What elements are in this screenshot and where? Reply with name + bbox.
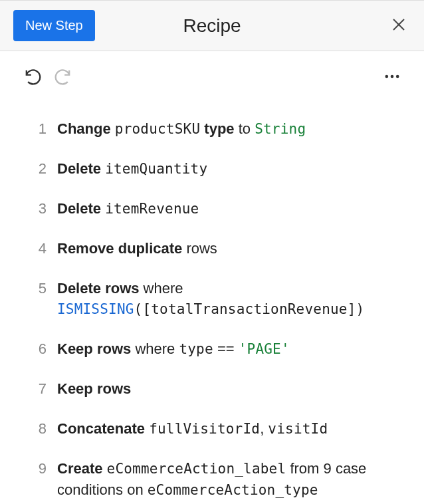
step-text-fragment: , xyxy=(260,420,268,437)
more-options-button[interactable] xyxy=(379,63,405,92)
undo-button[interactable] xyxy=(19,63,45,92)
step-number: 9 xyxy=(20,458,47,479)
step-number: 8 xyxy=(20,418,47,440)
svg-point-2 xyxy=(385,75,389,78)
svg-point-4 xyxy=(396,75,399,78)
step-text-fragment: Keep rows xyxy=(57,340,131,357)
recipe-step[interactable]: 6Keep rows where type == 'PAGE' xyxy=(20,338,404,360)
step-text-fragment: to xyxy=(235,120,255,137)
step-description: Keep rows xyxy=(57,378,404,400)
page-title: Recipe xyxy=(183,15,241,37)
step-text-fragment: Delete xyxy=(57,160,105,177)
step-description: Delete rows where ISMISSING([totalTransa… xyxy=(57,278,404,320)
header: New Step Recipe xyxy=(0,0,424,51)
step-description: Delete itemRevenue xyxy=(57,198,404,219)
step-text-fragment: fullVisitorId xyxy=(149,421,260,437)
step-text-fragment: ) xyxy=(356,301,365,317)
step-text-fragment: visitId xyxy=(268,421,328,437)
step-text-fragment: Keep rows xyxy=(57,380,131,397)
redo-button[interactable] xyxy=(51,63,77,92)
recipe-steps-list: 1Change productSKU type to String2Delete… xyxy=(0,98,424,501)
step-text-fragment: eCommerceAction_label xyxy=(107,461,286,477)
step-text-fragment: == xyxy=(213,340,239,357)
step-description: Create eCommerceAction_label from 9 case… xyxy=(57,458,404,501)
step-text-fragment: productSKU xyxy=(115,121,200,137)
step-text-fragment: type xyxy=(179,341,213,357)
step-number: 1 xyxy=(20,118,47,140)
step-description: Remove duplicate rows xyxy=(57,238,404,259)
toolbar xyxy=(0,51,424,98)
recipe-step[interactable]: 8Concatenate fullVisitorId, visitId xyxy=(20,418,404,440)
step-text-fragment: Remove duplicate xyxy=(57,240,182,257)
step-number: 5 xyxy=(20,278,47,299)
step-number: 6 xyxy=(20,338,47,360)
step-number: 7 xyxy=(20,378,47,400)
step-text-fragment: rows xyxy=(182,240,217,257)
step-description: Delete itemQuantity xyxy=(57,158,404,180)
step-number: 4 xyxy=(20,238,47,259)
step-text-fragment: itemRevenue xyxy=(105,201,199,217)
redo-icon xyxy=(54,67,73,88)
step-text-fragment: where xyxy=(140,280,183,297)
step-number: 2 xyxy=(20,158,47,180)
step-text-fragment: eCommerceAction_type xyxy=(148,482,318,498)
step-text-fragment: Create xyxy=(57,460,107,477)
step-text-fragment: ( xyxy=(134,301,143,317)
recipe-step[interactable]: 3Delete itemRevenue xyxy=(20,198,404,219)
more-horizontal-icon xyxy=(383,67,401,88)
step-description: Concatenate fullVisitorId, visitId xyxy=(57,418,404,440)
recipe-step[interactable]: 4Remove duplicate rows xyxy=(20,238,404,259)
step-number: 3 xyxy=(20,198,47,219)
step-text-fragment: ISMISSING xyxy=(57,301,134,317)
step-text-fragment: Delete xyxy=(57,200,105,217)
recipe-step[interactable]: 1Change productSKU type to String xyxy=(20,118,404,140)
close-icon xyxy=(391,17,407,35)
step-text-fragment: Concatenate xyxy=(57,420,149,437)
step-text-fragment: Change xyxy=(57,120,115,137)
step-text-fragment: where xyxy=(131,340,179,357)
step-text-fragment: 'PAGE' xyxy=(239,341,290,357)
undo-icon xyxy=(23,67,41,88)
svg-point-3 xyxy=(391,75,394,78)
step-text-fragment: Delete rows xyxy=(57,280,140,297)
step-text-fragment: [totalTransactionRevenue] xyxy=(142,301,356,317)
recipe-step[interactable]: 9Create eCommerceAction_label from 9 cas… xyxy=(20,458,404,501)
close-button[interactable] xyxy=(387,13,411,39)
step-description: Keep rows where type == 'PAGE' xyxy=(57,338,404,360)
step-text-fragment: type xyxy=(200,120,234,137)
recipe-step[interactable]: 2Delete itemQuantity xyxy=(20,158,404,180)
recipe-step[interactable]: 5Delete rows where ISMISSING([totalTrans… xyxy=(20,278,404,320)
step-description: Change productSKU type to String xyxy=(57,118,404,140)
new-step-button[interactable]: New Step xyxy=(13,10,95,41)
step-text-fragment: itemQuantity xyxy=(105,161,207,177)
recipe-step[interactable]: 7Keep rows xyxy=(20,378,404,400)
step-text-fragment: String xyxy=(255,121,306,137)
